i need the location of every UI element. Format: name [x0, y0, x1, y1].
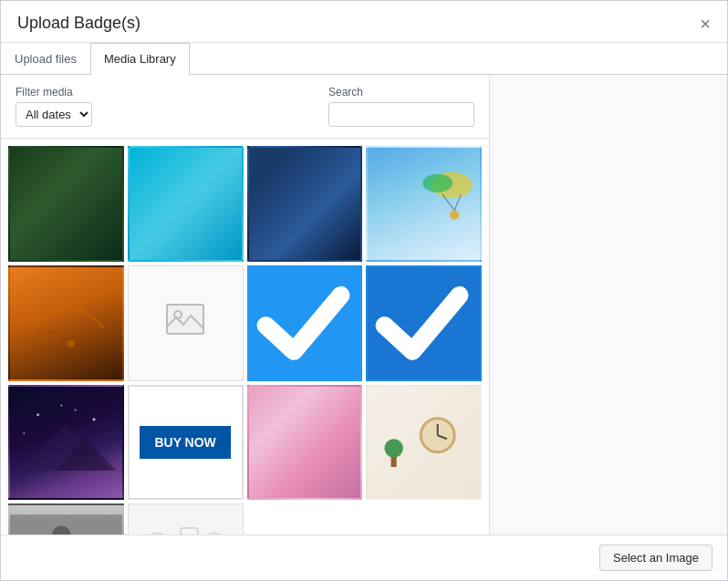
tabs-bar: Upload files Media Library: [1, 43, 727, 75]
media-item-placeholder[interactable]: [128, 265, 244, 381]
svg-point-18: [60, 404, 62, 406]
media-item-buy-now[interactable]: BUY NOW: [128, 385, 244, 501]
media-item[interactable]: [247, 146, 363, 262]
modal-close-button[interactable]: ×: [700, 15, 711, 33]
svg-rect-8: [167, 305, 203, 334]
tab-media-library[interactable]: Media Library: [90, 43, 190, 75]
media-item[interactable]: [8, 146, 124, 262]
svg-point-5: [67, 340, 74, 348]
svg-point-17: [23, 432, 25, 434]
svg-point-33: [206, 533, 222, 534]
filter-select[interactable]: All dates 2023 2022 2021: [16, 102, 92, 127]
modal: Upload Badge(s) × Upload files Media Lib…: [0, 0, 728, 581]
media-item[interactable]: [128, 146, 244, 262]
modal-header: Upload Badge(s) ×: [1, 1, 727, 43]
placeholder-icon: [163, 297, 207, 349]
search-input[interactable]: [328, 102, 474, 127]
modal-title: Upload Badge(s): [17, 14, 140, 33]
media-item[interactable]: [366, 265, 482, 381]
media-item[interactable]: [8, 385, 124, 501]
media-item[interactable]: [247, 265, 363, 381]
media-item[interactable]: [366, 146, 482, 262]
media-grid: BUY NOW: [8, 146, 482, 534]
svg-point-15: [75, 409, 77, 410]
media-item[interactable]: [8, 503, 124, 534]
media-item[interactable]: [366, 385, 482, 501]
media-item[interactable]: [247, 385, 363, 501]
media-item-pattern[interactable]: [128, 503, 244, 534]
select-image-button[interactable]: Select an Image: [599, 545, 712, 571]
filter-group: Filter media All dates 2023 2022 2021: [16, 86, 92, 127]
svg-point-16: [93, 418, 96, 420]
media-grid-wrapper: BUY NOW: [1, 139, 489, 534]
svg-point-31: [148, 533, 167, 534]
filter-bar: Filter media All dates 2023 2022 2021 Se…: [1, 75, 489, 139]
search-label: Search: [328, 86, 474, 99]
tab-upload-files[interactable]: Upload files: [1, 43, 90, 75]
sidebar-detail: [490, 75, 727, 534]
svg-point-23: [385, 439, 403, 457]
media-panel: Filter media All dates 2023 2022 2021 Se…: [1, 75, 490, 534]
buy-now-label: BUY NOW: [140, 426, 230, 459]
search-group: Search: [328, 86, 474, 127]
modal-body: Filter media All dates 2023 2022 2021 Se…: [1, 75, 727, 534]
svg-rect-32: [181, 528, 198, 534]
svg-line-7: [70, 328, 92, 339]
modal-footer: Select an Image: [1, 534, 727, 580]
svg-point-1: [423, 174, 453, 192]
svg-point-14: [36, 413, 39, 416]
svg-line-6: [47, 330, 71, 339]
filter-label: Filter media: [16, 86, 92, 99]
media-item[interactable]: [8, 265, 124, 381]
svg-point-2: [450, 211, 459, 220]
